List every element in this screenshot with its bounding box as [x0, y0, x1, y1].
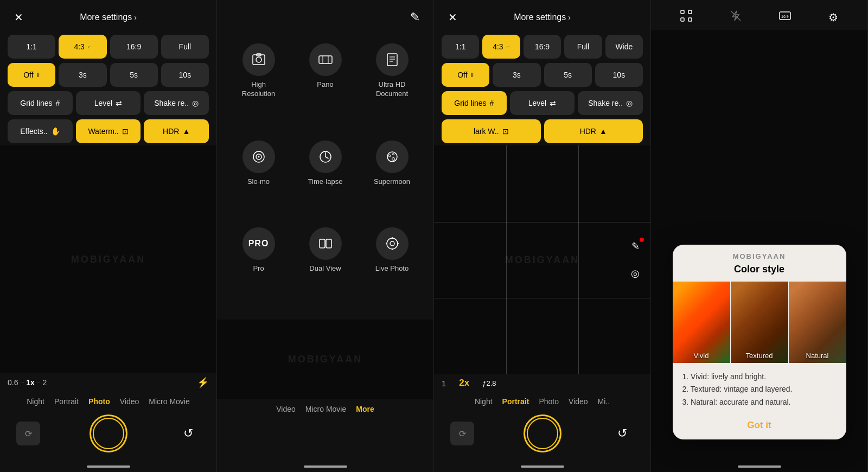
shake-reduce-3[interactable]: Shake re.. ◎	[578, 91, 643, 115]
mode-video-1[interactable]: Video	[120, 397, 139, 406]
home-indicator-4	[651, 461, 867, 472]
mode-cell-livephoto[interactable]: Live Photo	[361, 227, 423, 309]
timer-5s-3[interactable]: 5s	[544, 63, 592, 87]
mode-night-3[interactable]: Night	[475, 397, 493, 406]
rotate-button-1[interactable]: ↺	[176, 422, 200, 445]
grid-lines-1[interactable]: Grid lines #	[8, 91, 73, 115]
modes-grid-2: High Resolution Pano Ultra HD Document S…	[217, 33, 433, 320]
timer-row-3: Off II 3s 5s 10s	[442, 63, 643, 87]
mode-video-3[interactable]: Video	[569, 397, 588, 406]
level-label-3: Level	[528, 99, 546, 107]
desc-natural: 3. Natural: accurate and natural.	[682, 396, 837, 409]
mode-night-1[interactable]: Night	[27, 397, 44, 406]
ratio-1x1-3[interactable]: 1:1	[442, 35, 479, 59]
mode-micromovie-2[interactable]: Micro Movie	[305, 405, 346, 413]
grid-lines-3[interactable]: Grid lines #	[442, 91, 507, 115]
effects-button-1[interactable]: Effects.. ✋	[8, 119, 73, 143]
swatch-natural[interactable]: Natural	[789, 282, 846, 363]
mode-cell-timelapse[interactable]: Time-lapse	[295, 141, 356, 222]
ratio-16x9-3[interactable]: 16:9	[524, 35, 561, 59]
top-bar-1: ✕ More settings ›	[0, 0, 216, 33]
swatch-textured[interactable]: Textured	[731, 282, 788, 363]
shutter-button-3[interactable]	[524, 414, 561, 452]
mode-portrait-1[interactable]: Portrait	[54, 397, 79, 406]
mode-cell-pano[interactable]: Pano	[295, 43, 356, 135]
gallery-thumb-1[interactable]: ⟳	[16, 422, 40, 445]
ratio-16x9-1[interactable]: 16:9	[110, 35, 158, 59]
level-1[interactable]: Level ⇄	[76, 91, 141, 115]
level-icon-1: ⇄	[116, 99, 122, 107]
desc-vivid: 1. Vivid: lively and bright.	[682, 371, 837, 384]
close-button-3[interactable]: ✕	[444, 9, 461, 26]
gallery-thumb-3[interactable]: ⟳	[450, 422, 474, 445]
pen-red-icon: ✎	[631, 240, 640, 252]
mode-photo-3[interactable]: Photo	[539, 397, 559, 406]
hdr-icon-1: ▲	[182, 127, 190, 136]
svg-point-23	[390, 241, 394, 246]
ratio-4x3-1[interactable]: 4:3 ⌐	[59, 35, 106, 59]
mode-cell-highres[interactable]: High Resolution	[228, 43, 289, 135]
watermark-button-1[interactable]: Waterm.. ⊡	[76, 119, 141, 143]
shutter-row-3: ⟳ ↺	[434, 410, 650, 461]
flash-off-icon-4[interactable]	[730, 10, 742, 24]
gallery-thumb-icon-3: ⟳	[459, 429, 466, 439]
mode-cell-pro[interactable]: PRO Pro	[228, 227, 289, 309]
close-button-1[interactable]: ✕	[10, 9, 27, 26]
ratio-full-3[interactable]: Full	[564, 35, 602, 59]
arrow-icon-3[interactable]: ›	[568, 13, 571, 22]
got-it-button[interactable]: Got it	[673, 414, 846, 439]
mode-more-2[interactable]: More	[356, 405, 374, 413]
ratio-4x3-3[interactable]: 4:3 ⌐	[482, 35, 520, 59]
timer-3s-1[interactable]: 3s	[59, 63, 106, 87]
mode-mi-3[interactable]: Mi..	[598, 397, 610, 406]
focus-icon-4[interactable]	[680, 10, 692, 24]
mode-cell-uhd[interactable]: Ultra HD Document	[361, 43, 423, 135]
mode-portrait-3[interactable]: Portrait	[502, 397, 529, 406]
mode-micromovie-1[interactable]: Micro Movie	[149, 397, 189, 406]
timer-10s-3[interactable]: 10s	[595, 63, 643, 87]
shake-label-3: Shake re..	[588, 99, 623, 107]
rotate-button-3[interactable]: ↺	[610, 422, 634, 445]
mark-button-3[interactable]: lark W.. ⊡	[442, 119, 541, 143]
timer-5s-1[interactable]: 5s	[110, 63, 158, 87]
aspect-icon-4[interactable]: 16:9	[779, 10, 791, 24]
svg-point-18	[392, 153, 394, 155]
level-3[interactable]: Level ⇄	[510, 91, 575, 115]
dualview-icon	[309, 227, 342, 260]
mode-cell-slomo[interactable]: Slo-mo	[228, 141, 289, 222]
ratio-1x1-1[interactable]: 1:1	[8, 35, 55, 59]
zoom-1x-active[interactable]: 1x	[26, 378, 35, 387]
ratio-wide-3[interactable]: Wide	[605, 35, 643, 59]
home-indicator-3	[434, 461, 650, 472]
zoom-controls-3: 1 2x ƒ2.8	[442, 378, 496, 388]
svg-point-12	[258, 156, 259, 157]
ratio-full-1[interactable]: Full	[161, 35, 209, 59]
arrow-icon-1[interactable]: ›	[134, 13, 137, 22]
shake-reduce-1[interactable]: Shake re.. ◎	[144, 91, 209, 115]
swatch-vivid[interactable]: Vivid	[673, 282, 730, 363]
uhd-icon	[376, 43, 409, 76]
edit-icon-2[interactable]: ✎	[406, 9, 424, 26]
mode-video-2[interactable]: Video	[276, 405, 296, 413]
settings-icon-4[interactable]: ⚙	[828, 11, 838, 24]
timer-10s-1[interactable]: 10s	[161, 63, 209, 87]
mode-photo-1[interactable]: Photo	[88, 397, 110, 406]
zoom-2x-3[interactable]: 2x	[459, 378, 469, 388]
hdr-button-1[interactable]: HDR ▲	[144, 119, 209, 143]
flash-icon-1[interactable]: ⚡	[197, 377, 209, 388]
timer-off-3[interactable]: Off II	[442, 63, 489, 87]
edit-side-icon-3[interactable]: ✎	[626, 237, 645, 256]
mode-cell-supermoon[interactable]: Supermoon	[361, 141, 423, 222]
timer-off-1[interactable]: Off II	[8, 63, 55, 87]
gallery-side-icon-3[interactable]: ◎	[626, 264, 645, 283]
pro-label: Pro	[253, 264, 264, 272]
effects-row-1: Effects.. ✋ Waterm.. ⊡ HDR ▲	[8, 119, 209, 143]
shutter-button-1[interactable]	[90, 414, 127, 452]
timer-3s-3[interactable]: 3s	[493, 63, 540, 87]
svg-rect-21	[326, 239, 331, 248]
gallery-icon-1: ⟳	[25, 429, 32, 439]
grid-icon-3: #	[490, 99, 494, 107]
hdr-button-3[interactable]: HDR ▲	[544, 119, 643, 143]
zoom-controls-1: 0.6 ··· 1x ··· 2	[8, 378, 47, 387]
mode-cell-dualview[interactable]: Dual View	[295, 227, 356, 309]
